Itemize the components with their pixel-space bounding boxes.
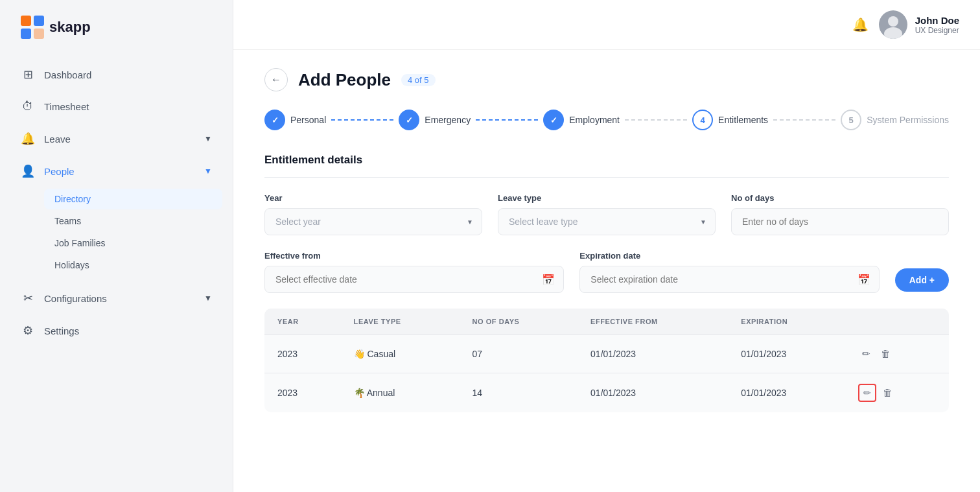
delete-button[interactable]: 🗑 — [879, 384, 896, 401]
table-body: 2023 👋 Casual 07 01/01/2023 01/01/2023 ✏… — [264, 335, 949, 413]
step-connector-4 — [773, 119, 835, 121]
page-header: ← Add People 4 of 5 — [264, 68, 949, 91]
page-content: ← Add People 4 of 5 ✓ Personal ✓ Emergen… — [233, 50, 980, 492]
svg-rect-3 — [34, 29, 44, 39]
sidebar-item-label: Configurations — [44, 293, 107, 304]
step-system-permissions: 5 System Permissions — [841, 110, 949, 130]
calendar-icon: 📅 — [858, 274, 870, 286]
table-row: 2023 🌴 Annual 14 01/01/2023 01/01/2023 ✏… — [264, 373, 949, 413]
stepper: ✓ Personal ✓ Emergency ✓ Employment 4 En… — [264, 110, 949, 130]
edit-button[interactable]: ✏ — [858, 384, 876, 402]
year-label: Year — [264, 193, 482, 203]
sidebar-item-holidays[interactable]: Holidays — [44, 255, 222, 275]
delete-button[interactable]: 🗑 — [877, 346, 894, 362]
col-leave-type: LEAVE TYPE — [341, 309, 460, 335]
sidebar-item-job-families[interactable]: Job Families — [44, 233, 222, 253]
leave-type-select[interactable]: Select leave type Casual Annual — [498, 208, 716, 235]
svg-rect-2 — [21, 29, 31, 39]
cell-leave-type: 👋 Casual — [341, 335, 460, 373]
year-select-wrapper: Select year 2023 2024 — [264, 208, 482, 235]
step-label-entitlements: Entitlements — [718, 115, 768, 125]
step-employment: ✓ Employment — [543, 110, 620, 130]
sidebar-item-directory[interactable]: Directory — [44, 189, 222, 209]
logo-text: skapp — [49, 19, 91, 36]
sidebar-item-settings[interactable]: ⚙ Settings — [10, 316, 222, 346]
svg-rect-1 — [34, 16, 44, 26]
cell-leave-type: 🌴 Annual — [341, 373, 460, 413]
form-row-2: Effective from 📅 Expiration date 📅 Add + — [264, 251, 949, 293]
effective-from-input[interactable] — [264, 266, 564, 293]
step-connector-3 — [625, 119, 687, 121]
step-label-system-permissions: System Permissions — [867, 115, 949, 125]
sidebar-item-label: People — [44, 166, 75, 177]
sidebar-item-label: Settings — [44, 325, 79, 336]
section-title: Entitlement details — [264, 154, 949, 178]
sidebar-item-label: Leave — [44, 134, 71, 145]
step-entitlements: 4 Entitlements — [692, 110, 768, 130]
step-badge: 4 of 5 — [401, 74, 436, 86]
chevron-down-icon: ▼ — [204, 167, 212, 176]
cell-expiration: 01/01/2023 — [728, 373, 845, 413]
effective-from-label: Effective from — [264, 251, 564, 261]
table-header: YEAR LEAVE TYPE NO OF DAYS EFFECTIVE FRO… — [264, 309, 949, 335]
sidebar-item-leave[interactable]: 🔔 Leave ▼ — [10, 124, 222, 154]
cell-actions: ✏ 🗑 — [845, 373, 949, 413]
logo-area: skapp — [0, 16, 233, 60]
user-role: UX Designer — [915, 26, 959, 35]
add-button-wrapper: Add + — [895, 268, 949, 293]
col-no-of-days: NO OF DAYS — [460, 309, 578, 335]
configurations-icon: ✂ — [21, 291, 35, 305]
add-button[interactable]: Add + — [895, 268, 949, 292]
edit-button[interactable]: ✏ — [858, 346, 874, 362]
form-row-1: Year Select year 2023 2024 Leave type Se… — [264, 193, 949, 235]
cell-year: 2023 — [264, 335, 341, 373]
dashboard-icon: ⊞ — [21, 67, 35, 82]
sidebar-item-people[interactable]: 👤 People ▼ — [10, 156, 222, 186]
cell-effective-from: 01/01/2023 — [578, 335, 728, 373]
year-select[interactable]: Select year 2023 2024 — [264, 208, 482, 235]
no-of-days-input[interactable] — [731, 208, 949, 235]
chevron-down-icon: ▼ — [204, 294, 212, 303]
back-button[interactable]: ← — [264, 68, 288, 91]
entitlements-table: YEAR LEAVE TYPE NO OF DAYS EFFECTIVE FRO… — [264, 309, 949, 412]
effective-from-field-group: Effective from 📅 — [264, 251, 564, 293]
user-info: John Doe UX Designer — [879, 10, 959, 39]
people-icon: 👤 — [21, 164, 35, 178]
cell-expiration: 01/01/2023 — [728, 335, 845, 373]
step-emergency: ✓ Emergency — [399, 110, 471, 130]
step-circle-system-permissions: 5 — [841, 110, 861, 130]
page-title: Add People — [298, 70, 391, 90]
step-connector-1 — [331, 119, 393, 121]
col-expiration: EXPIRATION — [728, 309, 845, 335]
leave-type-field-group: Leave type Select leave type Casual Annu… — [498, 193, 716, 235]
expiration-date-wrapper: 📅 — [579, 266, 879, 293]
logo-icon — [21, 16, 44, 39]
sidebar: skapp ⊞ Dashboard ⏱ Timesheet 🔔 Leave ▼ … — [0, 0, 233, 492]
step-label-personal: Personal — [290, 115, 326, 125]
sidebar-item-timesheet[interactable]: ⏱ Timesheet — [10, 92, 222, 121]
step-circle-entitlements: 4 — [692, 110, 713, 130]
cell-no-of-days: 07 — [460, 335, 578, 373]
cell-no-of-days: 14 — [460, 373, 578, 413]
effective-from-date-wrapper: 📅 — [264, 266, 564, 293]
user-name: John Doe — [915, 15, 959, 26]
sidebar-item-teams[interactable]: Teams — [44, 211, 222, 231]
cell-actions: ✏ 🗑 — [845, 335, 949, 373]
expiration-date-input[interactable] — [579, 266, 879, 293]
year-field-group: Year Select year 2023 2024 — [264, 193, 482, 235]
settings-icon: ⚙ — [21, 323, 35, 338]
sidebar-item-label: Dashboard — [44, 69, 91, 80]
header: 🔔 John Doe UX Designer — [233, 0, 980, 50]
col-year: YEAR — [264, 309, 341, 335]
step-label-emergency: Emergency — [425, 115, 471, 125]
table-row: 2023 👋 Casual 07 01/01/2023 01/01/2023 ✏… — [264, 335, 949, 373]
notification-bell-icon[interactable]: 🔔 — [852, 17, 869, 32]
cell-effective-from: 01/01/2023 — [578, 373, 728, 413]
leave-type-select-wrapper: Select leave type Casual Annual — [498, 208, 716, 235]
avatar — [879, 10, 907, 39]
sidebar-item-dashboard[interactable]: ⊞ Dashboard — [10, 60, 222, 89]
step-connector-2 — [476, 119, 538, 121]
sidebar-item-configurations[interactable]: ✂ Configurations ▼ — [10, 283, 222, 313]
step-personal: ✓ Personal — [264, 110, 326, 130]
expiration-date-field-group: Expiration date 📅 — [579, 251, 879, 293]
